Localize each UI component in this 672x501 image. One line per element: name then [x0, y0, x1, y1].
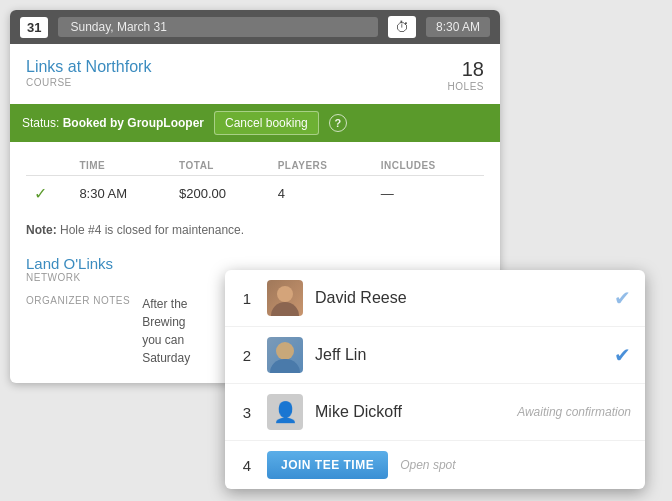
row-players: 4: [270, 176, 373, 212]
event-time: 8:30 AM: [426, 17, 490, 37]
col-time: TIME: [71, 156, 171, 176]
player-num-4: 4: [239, 457, 255, 474]
note-content: Hole #4 is closed for maintenance.: [57, 223, 244, 237]
join-tee-time-button[interactable]: JOIN TEE TIME: [267, 451, 388, 479]
holes-label: HOLES: [448, 81, 484, 92]
holes-section: 18 HOLES: [448, 58, 484, 92]
player-num-2: 2: [239, 347, 255, 364]
player-avatar-1: [267, 280, 303, 316]
players-card: 1 David Reese ✔ 2 Jeff Lin ✔ 3 👤 Mike Di…: [225, 270, 645, 489]
player-status-4: Open spot: [400, 458, 455, 472]
player-row-4: 4 JOIN TEE TIME Open spot: [225, 441, 645, 489]
status-bar: Status: Booked by GroupLooper Cancel boo…: [10, 104, 500, 142]
player-name-2: Jeff Lin: [315, 346, 602, 364]
status-text: Status: Booked by GroupLooper: [22, 116, 204, 130]
cancel-button[interactable]: Cancel booking: [214, 111, 319, 135]
course-name[interactable]: Links at Northfork: [26, 58, 151, 76]
day-number: 31: [27, 20, 41, 35]
row-includes: —: [373, 176, 484, 212]
person-icon: 👤: [273, 400, 298, 424]
player-check-1: ✔: [614, 286, 631, 310]
player-row-3: 3 👤 Mike Dickoff Awaiting confirmation: [225, 384, 645, 441]
col-players: PLAYERS: [270, 156, 373, 176]
player-row-2: 2 Jeff Lin ✔: [225, 327, 645, 384]
col-check: [26, 156, 71, 176]
player-check-2: ✔: [614, 343, 631, 367]
course-section: Links at Northfork COURSE 18 HOLES: [26, 58, 484, 92]
note-label: Note:: [26, 223, 57, 237]
player-num-3: 3: [239, 404, 255, 421]
event-title: Sunday, March 31: [58, 17, 378, 37]
player-name-3: Mike Dickoff: [315, 403, 505, 421]
row-time: 8:30 AM: [71, 176, 171, 212]
organizer-label: ORGANIZER NOTES: [26, 295, 130, 367]
col-total: TOTAL: [171, 156, 270, 176]
clock-icon: ⏱: [388, 16, 416, 38]
status-prefix: Status:: [22, 116, 63, 130]
date-badge: 31: [20, 17, 48, 38]
player-num-1: 1: [239, 290, 255, 307]
note-text: Note: Hole #4 is closed for maintenance.: [26, 219, 484, 241]
player-avatar-2: [267, 337, 303, 373]
booking-row: ✓ 8:30 AM $200.00 4 —: [26, 176, 484, 212]
player-status-3: Awaiting confirmation: [517, 405, 631, 419]
status-bold: Booked by GroupLooper: [63, 116, 204, 130]
row-total: $200.00: [171, 176, 270, 212]
booking-table: TIME TOTAL PLAYERS INCLUDES ✓ 8:30 AM $2…: [26, 156, 484, 211]
player-name-1: David Reese: [315, 289, 602, 307]
col-includes: INCLUDES: [373, 156, 484, 176]
holes-number: 18: [448, 58, 484, 81]
player-row-1: 1 David Reese ✔: [225, 270, 645, 327]
organizer-notes: After theBrewingyou canSaturday: [142, 295, 190, 367]
help-icon[interactable]: ?: [329, 114, 347, 132]
top-bar: 31 Sunday, March 31 ⏱ 8:30 AM: [10, 10, 500, 44]
player-avatar-3: 👤: [267, 394, 303, 430]
course-label: COURSE: [26, 77, 151, 88]
row-check-icon: ✓: [34, 185, 47, 202]
